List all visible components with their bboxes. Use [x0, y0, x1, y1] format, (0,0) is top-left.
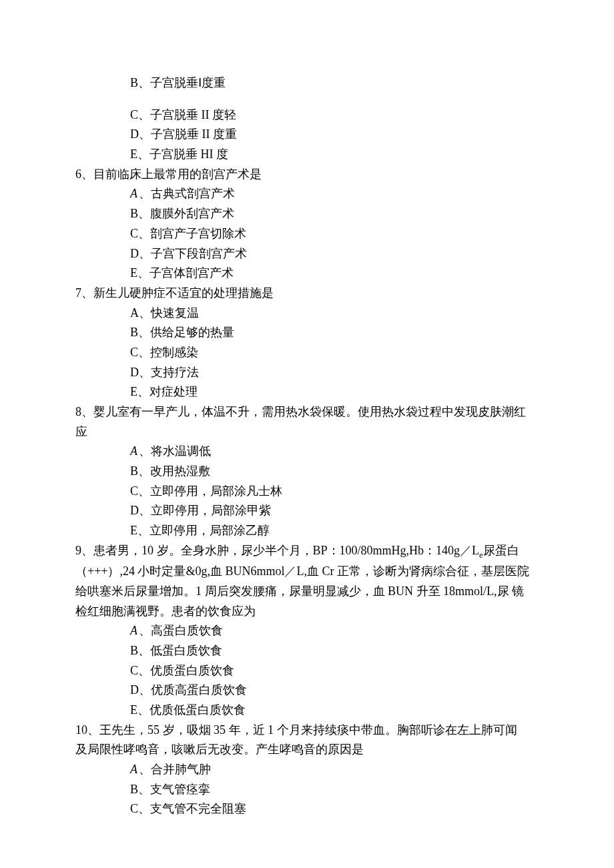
- q9-stem-l1-pre: 9、患者男，10 岁。全身水肿，尿少半个月，BP：100/80mmHg,Hb：1…: [75, 544, 479, 557]
- q5-option-d: D、子宫脱垂 II 度重: [75, 125, 539, 145]
- option-letter: D: [130, 504, 139, 517]
- option-letter: B: [130, 464, 138, 478]
- q9-option-b: B、低蛋白质饮食: [75, 641, 539, 661]
- option-text: 支持疗法: [151, 366, 199, 379]
- option-letter: B: [130, 76, 138, 89]
- option-text: 供给足够的热量: [150, 326, 234, 339]
- option-letter: B: [130, 207, 138, 220]
- option-text: 对症处理: [149, 385, 198, 398]
- option-text: 古典式剖宫产术: [151, 187, 235, 200]
- option-text: 立即停用，局部涂乙醇: [149, 524, 270, 537]
- q8-option-a: A、将水温调低: [75, 442, 539, 462]
- q9-option-d: D、优质高蛋白质饮食: [75, 681, 539, 701]
- option-text: 支气管痉挛: [150, 783, 210, 796]
- option-text: 将水温调低: [151, 444, 211, 458]
- option-letter: D: [130, 247, 139, 260]
- option-letter: E: [130, 703, 137, 717]
- q8-stem-line1: 8、婴儿室有一早产儿，体温不升，需用热水袋保暖。使用热水袋过程中发现皮肤潮红: [75, 402, 539, 422]
- option-text: 立即停用，局部涂甲紫: [151, 504, 271, 517]
- option-text: 立即停用，局部涂凡士林: [150, 484, 282, 498]
- option-letter: B: [130, 644, 138, 657]
- q7-stem: 7、新生儿硬肿症不适宜的处理措施是: [75, 284, 539, 304]
- option-text: 控制感染: [150, 346, 198, 359]
- option-letter: C: [130, 484, 138, 498]
- option-text: 子宫脱垂 II 度轻: [150, 108, 236, 121]
- q5-option-e: E、子宫脱垂 HI 度: [75, 145, 539, 165]
- option-text: 子宫下段剖宫产术: [151, 247, 247, 260]
- option-text: 优质高蛋白质饮食: [151, 683, 247, 697]
- option-letter: B: [130, 326, 138, 339]
- q6-option-d: D、子宫下段剖宫产术: [75, 244, 539, 264]
- option-text: 子宫脱垂Ⅰ度重: [150, 76, 226, 89]
- q8-option-d: D、立即停用，局部涂甲紫: [75, 501, 539, 521]
- option-letter: C: [130, 346, 138, 359]
- q10-stem-line2: 及局限性哮鸣音，咳嗽后无改变。产生哮鸣音的原因是: [75, 740, 539, 760]
- option-text: 优质低蛋白质饮食: [149, 703, 246, 717]
- option-letter: D: [130, 683, 139, 697]
- option-text: 子宫体剖宫产术: [149, 266, 234, 280]
- option-text: 子宫脱垂 II 度重: [151, 127, 237, 141]
- q8-option-b: B、改用热湿敷: [75, 462, 539, 482]
- option-letter: E: [130, 524, 137, 537]
- q6-option-a: A、古典式剖宫产术: [75, 184, 539, 204]
- q5-option-c: C、子宫脱垂 II 度轻: [75, 105, 539, 125]
- option-letter: C: [130, 664, 138, 677]
- q10-option-a: A、合并肺气肿: [75, 760, 539, 780]
- q7-option-a: A、快速复温: [75, 304, 539, 324]
- q9-option-e: E、优质低蛋白质饮食: [75, 701, 539, 721]
- q6-option-b: B、腹膜外刮宫产术: [75, 204, 539, 224]
- option-letter: B: [130, 783, 138, 796]
- option-letter: E: [130, 266, 137, 280]
- q9-stem-line3: 给哄塞米后尿量增加。1 周后突发腰痛，尿量明显减少，血 BUN 升至 18mmo…: [75, 582, 539, 602]
- q9-option-c: C、优质蛋白质饮食: [75, 661, 539, 681]
- option-letter: A: [130, 444, 137, 458]
- option-text: 腹膜外刮宫产术: [150, 207, 234, 220]
- q9-option-a: A、高蛋白质饮食: [75, 621, 539, 641]
- option-text: 子宫脱垂 HI 度: [149, 147, 228, 161]
- option-letter: A: [130, 763, 137, 776]
- q7-option-c: C、控制感染: [75, 343, 539, 363]
- option-text: 快速复温: [151, 306, 199, 320]
- option-letter: D: [130, 127, 139, 141]
- option-letter: D: [130, 366, 139, 379]
- option-text: 剖宫产子宫切除术: [150, 227, 246, 240]
- option-text: 支气管不完全阻塞: [150, 802, 246, 815]
- q9-stem-line2: （+++）,24 小时定量&0g,血 BUN6mmol／L,血 Cr 正常，诊断…: [75, 562, 539, 582]
- q9-stem-line1: 9、患者男，10 岁。全身水肿，尿少半个月，BP：100/80mmHg,Hb：1…: [75, 541, 539, 562]
- q6-option-e: E、子宫体剖宫产术: [75, 264, 539, 284]
- q10-stem-line1: 10、王先生，55 岁，吸烟 35 年，近 1 个月来持续痰中带血。胸部听诊在左…: [75, 721, 539, 741]
- option-letter: A: [130, 306, 139, 320]
- q10-option-c: C、支气管不完全阻塞: [75, 799, 539, 819]
- q7-option-d: D、支持疗法: [75, 363, 539, 383]
- q8-option-e: E、立即停用，局部涂乙醇: [75, 521, 539, 541]
- option-text: 合并肺气肿: [151, 763, 211, 776]
- option-letter: A: [130, 624, 137, 637]
- option-text: 改用热湿敷: [150, 464, 210, 478]
- option-text: 低蛋白质饮食: [150, 644, 222, 657]
- q7-option-e: E、对症处理: [75, 382, 539, 402]
- q8-stem-line2: 应: [75, 422, 539, 442]
- q8-option-c: C、立即停用，局部涂凡士林: [75, 482, 539, 502]
- q6-option-c: C、剖宫产子宫切除术: [75, 224, 539, 244]
- q5-option-b: B、子宫脱垂Ⅰ度重: [75, 73, 539, 93]
- option-letter: C: [130, 108, 138, 121]
- option-letter: C: [130, 802, 138, 815]
- option-letter: A: [130, 187, 137, 200]
- q9-stem-line4: 检红细胞满视野。患者的饮食应为: [75, 602, 539, 622]
- option-letter: E: [130, 147, 137, 161]
- option-letter: C: [130, 227, 138, 240]
- option-text: 高蛋白质饮食: [151, 624, 223, 637]
- q9-stem-l1-post: 尿蛋白: [483, 544, 519, 557]
- q6-stem: 6、目前临床上最常用的剖宫产术是: [75, 165, 539, 185]
- q10-option-b: B、支气管痉挛: [75, 780, 539, 800]
- option-letter: E: [130, 385, 137, 398]
- q7-option-b: B、供给足够的热量: [75, 323, 539, 343]
- option-text: 优质蛋白质饮食: [150, 664, 234, 677]
